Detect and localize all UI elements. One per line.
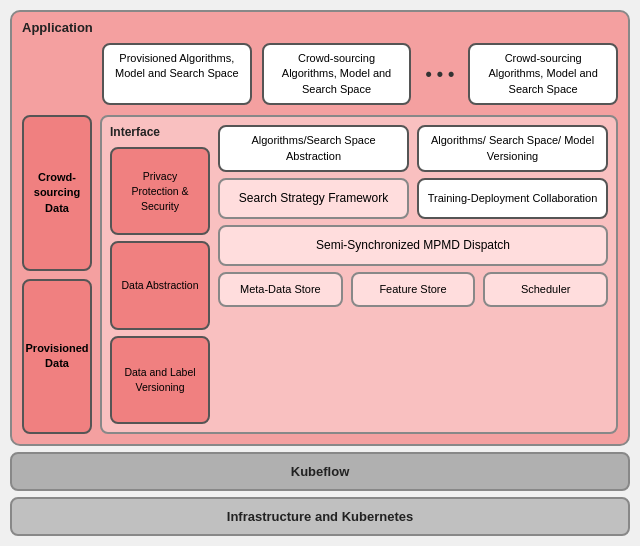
scheduler-box: Scheduler <box>483 272 608 307</box>
bottom-row: Meta-Data Store Feature Store Scheduler <box>218 272 608 307</box>
algo-box-provisioned: Provisioned Algorithms, Model and Search… <box>102 43 252 105</box>
crowdsourcing-data-box: Crowd-sourcing Data <box>22 115 92 270</box>
metadata-store-box: Meta-Data Store <box>218 272 343 307</box>
algo-versioning-box: Algorithms/ Search Space/ Model Versioni… <box>417 125 608 172</box>
provisioned-data-box: Provisioned Data <box>22 279 92 434</box>
framework-area: Algorithms/Search Space Abstraction Algo… <box>218 125 608 424</box>
left-data: Crowd-sourcing Data Provisioned Data <box>22 115 92 434</box>
algo-box-crowdsourcing-2: Crowd-sourcing Algorithms, Model and Sea… <box>468 43 618 105</box>
dots-label: • • • <box>421 43 458 105</box>
semi-sync-row: Semi-Synchronized MPMD Dispatch <box>218 225 608 266</box>
algo-box-crowdsourcing-1: Crowd-sourcing Algorithms, Model and Sea… <box>262 43 412 105</box>
app-layer: Application Provisioned Algorithms, Mode… <box>10 10 630 446</box>
privacy-protection-box: Privacy Protection & Security <box>110 147 210 235</box>
algo-abstraction-box: Algorithms/Search Space Abstraction <box>218 125 409 172</box>
main-content: Crowd-sourcing Data Provisioned Data Int… <box>22 115 618 434</box>
search-strategy-box: Search Strategy Framework <box>218 178 409 219</box>
data-abstraction-box: Data Abstraction <box>110 241 210 329</box>
diagram-wrapper: Application Provisioned Algorithms, Mode… <box>0 0 640 546</box>
training-deployment-box: Training-Deployment Collaboration <box>417 178 608 219</box>
app-label: Application <box>22 20 618 35</box>
data-label-versioning-box: Data and Label Versioning <box>110 336 210 424</box>
top-boxes: Provisioned Algorithms, Model and Search… <box>22 43 618 105</box>
infra-layer: Infrastructure and Kubernetes <box>10 497 630 536</box>
interface-col: Interface Privacy Protection & Security … <box>110 125 210 424</box>
feature-store-box: Feature Store <box>351 272 476 307</box>
interface-label: Interface <box>110 125 210 139</box>
right-panel: Interface Privacy Protection & Security … <box>100 115 618 434</box>
kubeflow-layer: Kubeflow <box>10 452 630 491</box>
middle-row: Search Strategy Framework Training-Deplo… <box>218 178 608 219</box>
algo-top-row: Algorithms/Search Space Abstraction Algo… <box>218 125 608 172</box>
